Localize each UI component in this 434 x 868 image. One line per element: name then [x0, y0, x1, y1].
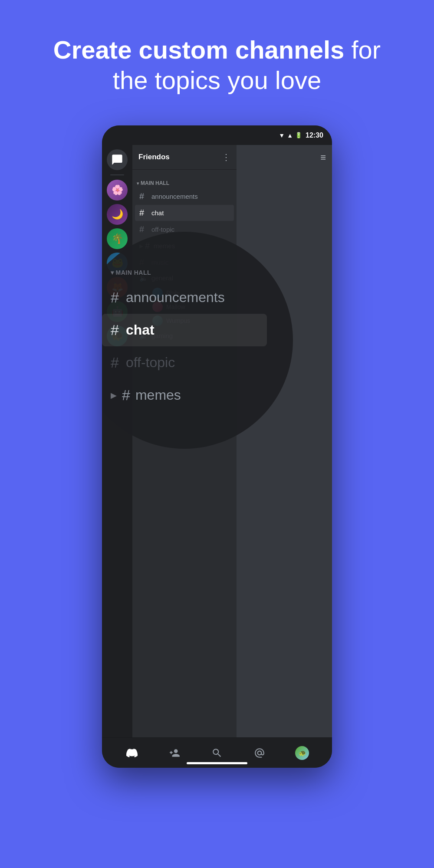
avatar-phibi [152, 288, 163, 298]
voice-username-wumpus: Wumpus [166, 317, 190, 324]
search-nav-icon [211, 747, 223, 759]
channel-panel: Friendos ⋮ ▾ MAIN HALL # announcements # [132, 145, 237, 737]
nav-mentions[interactable] [249, 742, 270, 764]
dm-icon-button[interactable] [107, 149, 128, 170]
home-indicator [187, 762, 247, 764]
channel-item-music[interactable]: # music [135, 254, 234, 270]
app-content: 🌸 🌙 🌴 🐸 🦊 🤖 🐢 Friendos ⋮ ▾ MA [102, 145, 332, 737]
voice-user-wumpus[interactable]: Wumpus [148, 314, 237, 328]
channel-name-memes: memes [154, 242, 175, 250]
friends-icon [169, 747, 180, 759]
channel-name-gaming-voice: gaming [151, 332, 173, 339]
channel-name-announcements: announcements [151, 193, 198, 200]
hash-icon-chat: # [139, 208, 148, 218]
avatar-mallow [152, 302, 163, 312]
channel-item-chat[interactable]: # chat [135, 205, 234, 221]
phone-mockup: ▼ ▲ 🔋 12:30 🌸 🌙 🌴 🐸 � [102, 125, 332, 768]
signal-icon: ▲ [287, 132, 293, 139]
server-avatar-6[interactable]: 🤖 [107, 301, 128, 322]
hero-light-text: for [344, 36, 381, 64]
channel-name-music: music [151, 259, 168, 266]
chat-bubble-icon [111, 154, 123, 166]
channel-name-chat: chat [151, 209, 164, 217]
wifi-icon: ▼ [279, 132, 285, 139]
nav-search[interactable] [206, 742, 228, 764]
status-time: 12:30 [306, 132, 323, 139]
server-options-button[interactable]: ⋮ [222, 152, 230, 162]
status-bar: ▼ ▲ 🔋 12:30 [102, 125, 332, 145]
server-avatar-2[interactable]: 🌙 [107, 204, 128, 225]
channel-name-general-voice: general [151, 274, 173, 282]
channel-item-gaming-voice[interactable]: 🔈 gaming [135, 329, 234, 343]
server-avatar-7[interactable]: 🐢 [107, 326, 128, 346]
nav-profile[interactable]: 🐢 [291, 742, 313, 764]
hero-line2: the topics you love [113, 66, 321, 94]
category-chevron: ▾ [137, 181, 139, 186]
server-avatar-4[interactable]: 🐸 [107, 253, 128, 273]
channel-header: Friendos ⋮ [132, 145, 237, 170]
server-sidebar: 🌸 🌙 🌴 🐸 🦊 🤖 🐢 [102, 145, 132, 737]
hero-bold-text: Create custom channels [53, 36, 344, 64]
voice-user-phibi[interactable]: Phibi [148, 286, 237, 300]
category-label: MAIN HALL [141, 180, 169, 186]
nav-friends[interactable] [164, 742, 185, 764]
mentions-icon [254, 747, 265, 759]
channel-item-off-topic[interactable]: # off-topic [135, 221, 234, 237]
phone-wrapper: ▼ ▲ 🔋 12:30 🌸 🌙 🌴 🐸 � [0, 125, 434, 768]
right-content-panel: ≡ [237, 145, 332, 737]
voice-icon-gaming: 🔈 [139, 332, 148, 340]
channel-item-announcements[interactable]: # announcements [135, 188, 234, 204]
voice-users-list: Phibi Mallow Wumpus [148, 286, 237, 328]
profile-avatar: 🐢 [295, 746, 309, 760]
server-avatar-1[interactable]: 🌸 [107, 180, 128, 201]
voice-icon-general: 🔈 [139, 274, 148, 282]
hamburger-menu-button[interactable]: ≡ [320, 152, 326, 163]
discord-icon [126, 747, 138, 759]
voice-username-phibi: Phibi [166, 289, 180, 296]
server-avatar-5[interactable]: 🦊 [107, 277, 128, 298]
hash-icon-memes: # [145, 241, 154, 251]
hash-icon-off-topic: # [139, 224, 148, 234]
server-avatar-3[interactable]: 🌴 [107, 228, 128, 249]
memes-chevron: ▶ [139, 243, 143, 249]
voice-username-mallow: Mallow [166, 303, 185, 310]
channel-item-memes[interactable]: ▶ # memes [135, 238, 234, 254]
status-icons: ▼ ▲ 🔋 [279, 132, 302, 139]
voice-user-mallow[interactable]: Mallow [148, 300, 237, 314]
hash-icon-announcements: # [139, 191, 148, 201]
channel-list: ▾ MAIN HALL # announcements # chat # off… [132, 170, 237, 737]
nav-home[interactable] [121, 742, 143, 764]
channel-name-off-topic: off-topic [151, 226, 174, 233]
hash-icon-music: # [139, 257, 148, 267]
server-divider [110, 174, 124, 175]
battery-icon: 🔋 [295, 132, 302, 138]
category-main-hall: ▾ MAIN HALL [132, 173, 237, 188]
hero-section: Create custom channels for the topics yo… [0, 0, 434, 117]
server-name: Friendos [138, 153, 170, 161]
channel-item-general-voice[interactable]: 🔈 general [135, 271, 234, 285]
avatar-wumpus [152, 316, 163, 326]
